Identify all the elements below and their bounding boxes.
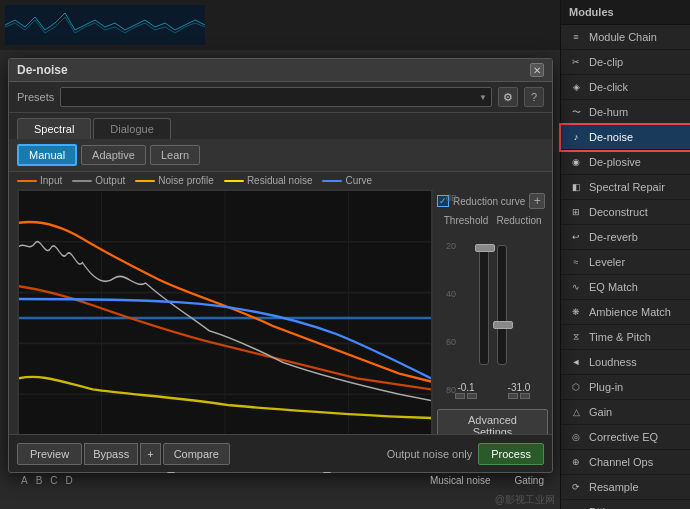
spectrum-display: dB 20 40 60 80 100	[18, 190, 432, 446]
threshold-slider[interactable]	[479, 245, 489, 365]
sidebar-item-label-5: De-plosive	[589, 156, 641, 168]
sidebar-item-de-reverb[interactable]: ↩De-reverb	[561, 225, 690, 250]
sidebar-item-spectral-repair[interactable]: ◧Spectral Repair	[561, 175, 690, 200]
sidebar-item-de-noise[interactable]: ♪De-noise	[561, 125, 690, 150]
presets-dropdown[interactable]: ▼	[60, 87, 492, 107]
sidebar-item-label-15: Gain	[589, 406, 612, 418]
db-label-80: 80	[446, 385, 461, 395]
curve-legend-label: Curve	[345, 175, 372, 186]
dialog-close-button[interactable]: ✕	[530, 63, 544, 77]
presets-label: Presets	[17, 91, 54, 103]
sidebar-item-deconstruct[interactable]: ⊞Deconstruct	[561, 200, 690, 225]
threshold-thumb[interactable]	[475, 244, 495, 252]
abcd-a[interactable]: A	[21, 475, 28, 486]
plus-button[interactable]: +	[140, 443, 160, 465]
add-reduction-button[interactable]: +	[529, 193, 545, 209]
sidebar-icon-4: ♪	[569, 130, 583, 144]
abcd-d[interactable]: D	[66, 475, 73, 486]
reduction-curve-label: Reduction curve	[453, 196, 525, 207]
sidebar-item-dither[interactable]: ◫Dither	[561, 500, 690, 509]
output-legend-label: Output	[95, 175, 125, 186]
sidebar-item-corrective-eq[interactable]: ◎Corrective EQ	[561, 425, 690, 450]
sidebar-item-time--pitch[interactable]: ⧖Time & Pitch	[561, 325, 690, 350]
sidebar-icon-10: ∿	[569, 280, 583, 294]
sidebar-item-label-16: Corrective EQ	[589, 431, 658, 443]
reduction-thumb[interactable]	[493, 321, 513, 329]
bypass-button[interactable]: Bypass	[84, 443, 138, 465]
sidebar-item-de-hum[interactable]: 〜De-hum	[561, 100, 690, 125]
sidebar-item-channel-ops[interactable]: ⊕Channel Ops	[561, 450, 690, 475]
tab-dialogue[interactable]: Dialogue	[93, 118, 170, 139]
sidebar-item-label-17: Channel Ops	[589, 456, 653, 468]
sidebar-item-leveler[interactable]: ≈Leveler	[561, 250, 690, 275]
noise-profile-legend-line	[135, 180, 155, 182]
sidebar-item-de-click[interactable]: ◈De-click	[561, 75, 690, 100]
sidebar-item-ambience-match[interactable]: ❋Ambience Match	[561, 300, 690, 325]
process-button[interactable]: Process	[478, 443, 544, 465]
daw-top-bar	[0, 0, 560, 50]
mode-row: Manual Adaptive Learn	[9, 139, 552, 172]
musical-gating-row: Musical noise Gating	[430, 475, 544, 486]
legend-input: Input	[17, 175, 62, 186]
learn-mode-button[interactable]: Learn	[150, 145, 200, 165]
sidebar-item-eq-match[interactable]: ∿EQ Match	[561, 275, 690, 300]
sidebar-item-de-plosive[interactable]: ◉De-plosive	[561, 150, 690, 175]
reduction-slider[interactable]	[497, 245, 507, 365]
watermark: @影视工业网	[495, 493, 555, 507]
dialog-title: De-noise	[17, 63, 68, 77]
reduction-inc-button[interactable]	[520, 393, 530, 399]
sidebar-icon-13: ◄	[569, 355, 583, 369]
preview-button[interactable]: Preview	[17, 443, 82, 465]
sidebar-icon-18: ⟳	[569, 480, 583, 494]
dialog-titlebar: De-noise ✕	[9, 59, 552, 82]
db-label-20: 20	[446, 241, 461, 251]
output-legend-line	[72, 180, 92, 182]
legend-output: Output	[72, 175, 125, 186]
sidebar-item-gain[interactable]: △Gain	[561, 400, 690, 425]
sidebar-icon-3: 〜	[569, 105, 583, 119]
sidebar-item-module-chain[interactable]: ≡Module Chain	[561, 25, 690, 50]
sidebar-item-label-10: EQ Match	[589, 281, 638, 293]
abcd-b[interactable]: B	[36, 475, 43, 486]
sidebar-item-label-12: Time & Pitch	[589, 331, 651, 343]
sidebar-item-label-18: Resample	[589, 481, 639, 493]
reduction-slider-col	[497, 245, 507, 365]
threshold-inc-button[interactable]	[467, 393, 477, 399]
sidebar-item-label-4: De-noise	[589, 131, 633, 143]
db-label-60: 60	[446, 337, 461, 347]
abcd-c[interactable]: C	[50, 475, 57, 486]
compare-button[interactable]: Compare	[163, 443, 230, 465]
gating-label: Gating	[515, 475, 544, 486]
sidebar-icon-12: ⧖	[569, 330, 583, 344]
help-icon[interactable]: ?	[524, 87, 544, 107]
sidebar-icon-19: ◫	[569, 505, 583, 509]
sidebar-icon-17: ⊕	[569, 455, 583, 469]
db-scale: dB 20 40 60 80 100	[446, 191, 461, 445]
residual-legend-label: Residual noise	[247, 175, 313, 186]
input-legend-line	[17, 180, 37, 182]
sidebar-icon-6: ◧	[569, 180, 583, 194]
sidebar-header: Modules	[561, 0, 690, 25]
sidebar-icon-0: ≡	[569, 30, 583, 44]
db-label-top: dB	[446, 193, 461, 203]
gear-icon[interactable]: ⚙	[498, 87, 518, 107]
sidebar-item-label-6: Spectral Repair	[589, 181, 665, 193]
reduction-fine-controls	[508, 393, 530, 399]
sidebar-icon-5: ◉	[569, 155, 583, 169]
bottom-left-buttons: Preview Bypass + Compare	[17, 443, 230, 465]
sidebar-item-loudness[interactable]: ◄Loudness	[561, 350, 690, 375]
sidebar-item-label-9: Leveler	[589, 256, 625, 268]
tab-spectral[interactable]: Spectral	[17, 118, 91, 139]
adaptive-mode-button[interactable]: Adaptive	[81, 145, 146, 165]
denoise-dialog: De-noise ✕ Presets ▼ ⚙ ? Spectral Dialog…	[8, 58, 553, 473]
input-legend-label: Input	[40, 175, 62, 186]
sidebar-item-plug-in[interactable]: ⬡Plug-in	[561, 375, 690, 400]
reduction-dec-button[interactable]	[508, 393, 518, 399]
main-content-area: dB 20 40 60 80 100 ✓ Reduction curve + T…	[9, 189, 552, 447]
sidebar-item-de-clip[interactable]: ✂De-clip	[561, 50, 690, 75]
sidebar-item-label-8: De-reverb	[589, 231, 638, 243]
sidebar-item-label-2: De-click	[589, 81, 628, 93]
abcd-musical-row: A B C D Musical noise Gating	[17, 475, 544, 486]
sidebar-item-resample[interactable]: ⟳Resample	[561, 475, 690, 500]
manual-mode-button[interactable]: Manual	[17, 144, 77, 166]
